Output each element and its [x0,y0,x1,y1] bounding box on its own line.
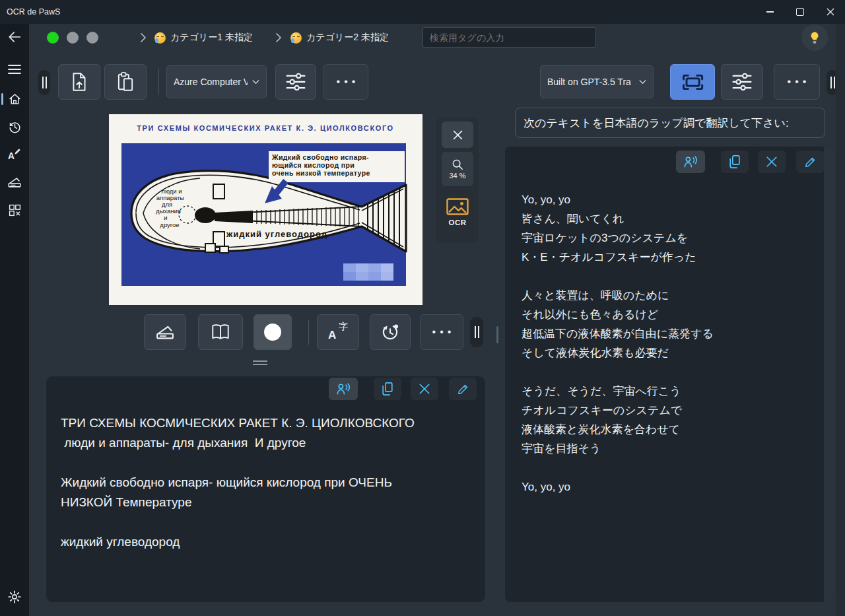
rap-line: 液体酸素と炭化水素を合わせて [522,420,815,439]
chevron-right-icon [140,32,147,43]
record-icon [264,324,281,341]
app-window: OCR de PawS A カテゴリー1 未指定 カ [0,0,845,616]
ocr-copy-button[interactable] [374,378,401,400]
copy-icon [728,154,741,169]
toolbar-divider [158,69,159,95]
translate-button[interactable]: A字 [317,314,359,350]
left-more-button[interactable]: ••• [323,64,368,100]
ocr-line: Жидкий свободно испаря- ющийся кислород … [61,473,447,512]
status-dot-gray-2[interactable] [86,32,98,44]
sidebar-item-history[interactable] [7,119,22,135]
close-icon [453,130,463,140]
history-icon [8,120,22,134]
breadcrumb-category-1[interactable]: カテゴリー1 未指定 [154,28,253,48]
ocr-engine-select[interactable]: Azure Computer Vis [166,65,267,98]
sliders-icon [731,73,753,91]
svg-text:дыхания: дыхания [156,207,181,215]
translate-icon: A [7,147,22,162]
ocr-clear-button[interactable] [411,378,438,400]
close-button[interactable] [815,0,845,24]
source-image[interactable]: ТРИ СХЕМЫ КОСМИЧЕСКИХ РАКЕТ К. Э. ЦИОЛКО… [109,114,422,305]
status-dot-gray-1[interactable] [67,32,79,44]
library-button[interactable] [198,314,243,350]
sidebar-item-scan[interactable] [7,174,22,190]
back-arrow-icon [7,30,22,44]
ocr-image-button[interactable]: OCR [436,198,479,226]
zoom-control[interactable]: 34 % [442,152,473,186]
maximize-icon [796,8,804,16]
clock-history-icon [380,322,401,342]
more-icon: ••• [428,326,456,338]
close-icon [766,156,778,168]
llm-settings-button[interactable] [721,64,763,100]
minimize-button[interactable] [755,0,785,24]
record-button[interactable] [254,314,292,350]
panel-resize-handle[interactable] [253,360,267,365]
toolbar-drag-handle[interactable] [38,70,50,95]
llm-text[interactable]: Yo, yo, yo 皆さん、聞いてくれ 宇宙ロケットの3つのシステムを K・E… [522,190,815,496]
llm-clear-button[interactable] [758,151,786,173]
bottom-more-button[interactable]: ••• [420,314,463,350]
prompt-box[interactable]: 次のテキストを日本語のラップ調で翻訳して下さい: [515,108,825,138]
ocr-label: OCR [448,219,466,226]
llm-read-aloud-button[interactable] [676,151,705,173]
hint-button[interactable] [801,24,828,51]
sidebar-item-qr[interactable] [7,202,22,218]
rap-line [522,267,815,286]
ocr-settings-button[interactable] [275,64,316,100]
rap-line: そうだ、そうだ、宇宙へ行こう [522,382,815,401]
rap-line: 宇宙ロケットの3つのシステムを [522,228,815,248]
sliders-icon [285,73,306,91]
toolbar-drag-handle[interactable] [470,317,483,347]
back-button[interactable] [7,29,22,45]
scrollbar[interactable] [824,147,833,602]
rap-line: Yo, yo, yo [522,190,815,209]
tag-search-input[interactable] [422,27,596,48]
llm-copy-button[interactable] [721,151,749,173]
toolbar-divider [308,320,309,345]
maximize-button[interactable] [785,0,815,24]
rap-line: 宇宙を目指そう [522,439,815,458]
hamburger-icon [8,64,21,75]
menu-button[interactable] [7,61,22,77]
paste-image-button[interactable] [104,64,147,100]
rap-line: チオルコフスキーのシステムで [522,401,815,420]
close-icon [419,383,430,395]
rap-line: そして液体炭化水素も必要だ [522,343,815,362]
scan-button[interactable] [144,314,186,350]
svg-text:Жидкий свободно испаря-: Жидкий свободно испаря- [271,153,369,161]
sidebar-item-home[interactable] [7,91,22,107]
book-icon [210,323,231,341]
pane-splitter[interactable] [496,326,498,343]
llm-edit-button[interactable] [796,151,824,173]
open-file-button[interactable] [58,64,100,100]
ocr-text[interactable]: ТРИ СХЕМЫ КОСМИЧЕСКИХ РАКЕТ К. Э. ЦИОЛКО… [61,413,447,552]
active-nav-indicator [1,93,3,105]
minimize-icon [766,11,774,13]
svg-text:ющийся кислород при: ющийся кислород при [272,161,355,169]
ocr-line [61,512,447,532]
scanner-icon [7,175,22,189]
close-image-button[interactable] [442,121,473,148]
sidebar-item-translate[interactable]: A [7,147,22,162]
llm-model-value: Built on GPT-3.5 Tra [547,77,631,87]
frame-capture-button[interactable] [670,64,715,100]
chevron-down-icon [252,80,259,85]
window-edge [836,24,845,616]
pencil-icon [457,383,469,395]
left-rail [0,24,29,616]
ocr-read-aloud-button[interactable] [329,378,358,400]
llm-model-select[interactable]: Built on GPT-3.5 Tra [540,65,654,98]
status-dot-green[interactable] [47,32,59,44]
ocr-edit-button[interactable] [449,378,477,400]
right-more-button[interactable]: ••• [774,64,820,100]
chevron-down-icon [639,80,646,85]
breadcrumb-category-2[interactable]: カテゴリー2 未指定 [290,28,389,48]
settings-button[interactable] [7,589,22,605]
chevron-right-icon [275,32,282,43]
blurred-region [343,263,393,281]
lightbulb-icon [807,30,822,45]
photo-icon [446,198,469,215]
history-restore-button[interactable] [370,314,411,350]
svg-text:очень низкой температуре: очень низкой температуре [272,169,370,177]
